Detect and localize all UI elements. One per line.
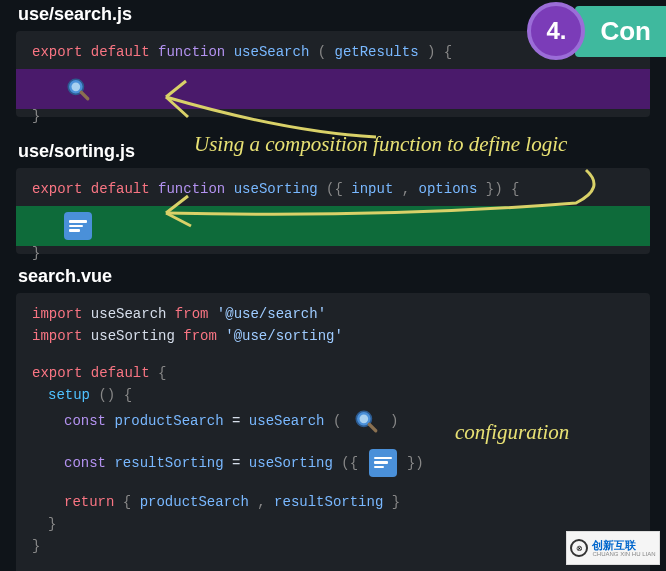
code-line: import useSearch from '@use/search'	[32, 303, 634, 325]
file-section-sorting: use/sorting.js export default function u…	[16, 141, 650, 254]
sorting-strip	[16, 206, 650, 246]
watermark-text-cn: 创新互联	[592, 540, 655, 551]
watermark-text-en: CHUANG XIN HU LIAN	[592, 551, 655, 557]
code-line: }	[32, 535, 634, 557]
svg-point-1	[72, 83, 81, 92]
search-strip	[16, 69, 650, 109]
step-number: 4.	[546, 17, 566, 45]
code-line: }	[32, 513, 634, 535]
code-line: export default function useSorting ({ in…	[32, 178, 634, 200]
svg-line-5	[369, 424, 376, 431]
code-line: import useSorting from '@use/sorting'	[32, 325, 634, 347]
magnifier-icon	[64, 75, 92, 103]
annotation-composition: Using a composition function to define l…	[194, 132, 567, 157]
step-label: Con	[575, 6, 666, 57]
svg-point-4	[359, 414, 368, 423]
code-block-sorting: export default function useSorting ({ in…	[16, 168, 650, 254]
code-line: export default {	[32, 362, 634, 384]
step-badge: 4. Con	[527, 2, 666, 60]
sort-icon	[369, 449, 397, 477]
watermark-logo-icon: ⊗	[570, 539, 588, 557]
magnifier-icon	[352, 407, 380, 435]
file-section-vue: search.vue import useSearch from '@use/s…	[16, 266, 650, 571]
svg-line-2	[81, 92, 88, 99]
sort-icon	[64, 212, 92, 240]
file-title: search.vue	[16, 266, 650, 287]
code-line: const resultSorting = useSorting ({ })	[32, 449, 634, 477]
annotation-configuration: configuration	[455, 420, 569, 445]
watermark-badge: ⊗ 创新互联 CHUANG XIN HU LIAN	[566, 531, 660, 565]
code-line: return { productSearch , resultSorting }	[32, 491, 634, 513]
code-line: setup () {	[32, 384, 634, 406]
